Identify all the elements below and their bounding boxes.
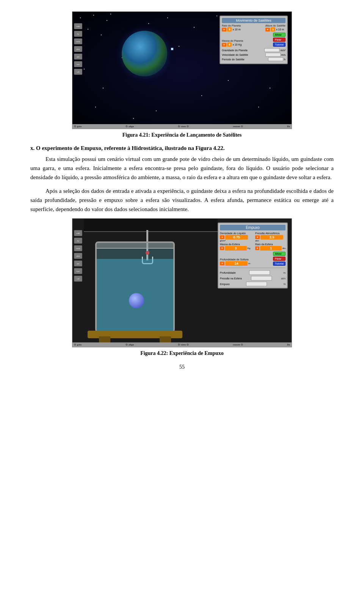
bb2-align[interactable]: ⊙ align bbox=[126, 343, 134, 346]
satellite-control-panel: Movimento de Satélites Raio do Planeta ▼… bbox=[220, 16, 288, 64]
ep-pressao-unit: atm bbox=[255, 240, 286, 242]
out-empuxo-field bbox=[246, 282, 267, 286]
out-pressao-unit: atm bbox=[281, 277, 286, 280]
bb-goto[interactable]: ⊙ goto bbox=[74, 125, 82, 128]
pot-container bbox=[95, 241, 175, 333]
btn-parar[interactable]: Parar bbox=[273, 38, 286, 42]
ep-dens-value: 0.75 bbox=[225, 235, 248, 240]
ep-massa-label: Massa da Esfera bbox=[220, 243, 250, 246]
figure-422-container: walk fly study plan pan turn roll bbox=[30, 218, 334, 356]
vel-label: Velocidade do Satélite bbox=[222, 54, 265, 56]
ep-massa-unit: Kg bbox=[248, 247, 250, 249]
bb2-restore[interactable]: restore ⊙ bbox=[233, 343, 243, 346]
sidebar-plan[interactable]: plan bbox=[74, 46, 82, 52]
sidebar-study[interactable]: study bbox=[74, 38, 82, 44]
bb-fix[interactable]: fix bbox=[287, 125, 290, 128]
section-x-label: x. bbox=[30, 145, 36, 151]
bb-view[interactable]: ⊙ view ⊙ bbox=[178, 125, 189, 128]
paragraph-2: Esta simulação possui um cenário virtual… bbox=[30, 155, 334, 182]
vel-unit: m/s bbox=[281, 54, 286, 56]
periodo-unit: h bbox=[284, 58, 286, 61]
massa-exp: x 10 Kg bbox=[232, 43, 242, 46]
massa-value: 5 bbox=[227, 43, 232, 47]
bottom-bar-421: ⊙ goto ⊙ align ⊙ view ⊙ restore ⊙ fix bbox=[72, 124, 292, 129]
space-scene: walk fly study plan pan turn roll Movime… bbox=[72, 12, 292, 129]
para3-text: Após a seleção dos dados de entrada e at… bbox=[30, 188, 334, 212]
ep-pressao-value: 2.5 bbox=[260, 235, 283, 240]
grav-unit: m/s² bbox=[280, 49, 286, 52]
paragraph-3: Após a seleção dos dados de entrada e at… bbox=[30, 186, 334, 214]
bb-restore[interactable]: restore ⊙ bbox=[233, 125, 243, 128]
sidebar2-study[interactable]: study bbox=[74, 245, 82, 251]
sidebar2-fly[interactable]: fly bbox=[74, 238, 82, 244]
sidebar2-walk[interactable]: walk bbox=[74, 230, 82, 236]
ep-prof-label: Profundidade de Soltura bbox=[220, 258, 250, 261]
ep-btn-parar[interactable]: Parar bbox=[273, 257, 286, 261]
ep-raio-label: Raio da Esfera bbox=[255, 243, 286, 246]
figure-422-caption: Figura 4.22: Experiência de Empuxo bbox=[140, 350, 224, 356]
ep-dens-unit: g/cm³ bbox=[220, 240, 250, 242]
bb-align[interactable]: ⊙ align bbox=[126, 125, 134, 128]
altura-value: 1 bbox=[271, 27, 275, 32]
out-prof-field bbox=[249, 270, 270, 275]
bb2-fix[interactable]: fix bbox=[287, 343, 290, 346]
figure-421-image: walk fly study plan pan turn roll Movime… bbox=[72, 11, 292, 129]
scene-sidebar-422: walk fly study plan pan turn roll bbox=[74, 230, 82, 282]
massa-label: Massa do Planeta bbox=[222, 39, 243, 42]
figure-421-caption: Figura 4.21: Experiência de Lançamento d… bbox=[122, 132, 242, 138]
altura-exp: x 10 m bbox=[276, 28, 284, 31]
sat-panel-title: Movimento de Satélites bbox=[222, 18, 286, 23]
raio-exp: x 10 m bbox=[232, 28, 240, 31]
sidebar2-turn[interactable]: turn bbox=[74, 268, 82, 274]
sphere-in-liquid-422 bbox=[129, 293, 144, 308]
out-empuxo-label: Empuxo bbox=[220, 283, 230, 285]
ep-btn-tutorial[interactable]: Tutorial bbox=[273, 262, 286, 266]
para2-text: Esta simulação possui um cenário virtual… bbox=[30, 156, 334, 180]
out-empuxo-unit: N bbox=[284, 283, 286, 285]
sidebar2-pan[interactable]: pan bbox=[74, 260, 82, 266]
sidebar-fly[interactable]: fly bbox=[74, 31, 82, 37]
out-pressao-label: Pressão na Esfera bbox=[220, 277, 242, 280]
bottom-bar-422: ⊙ goto ⊙ align ⊙ view ⊙ restore ⊙ fix bbox=[72, 342, 292, 347]
sidebar2-plan[interactable]: plan bbox=[74, 253, 82, 259]
ep-prof-value: 14 bbox=[225, 261, 248, 266]
ep-prof-unit: m bbox=[248, 262, 250, 265]
sidebar-turn[interactable]: turn bbox=[74, 61, 82, 67]
cylinder-rim bbox=[97, 243, 173, 249]
raio-value: 5 bbox=[227, 27, 232, 32]
btn-ativar[interactable]: Ativar bbox=[273, 33, 286, 37]
bb2-goto[interactable]: ⊙ goto bbox=[74, 343, 82, 346]
bb2-view[interactable]: ⊙ view ⊙ bbox=[178, 343, 189, 346]
altura-label: Altura do Satélite bbox=[265, 24, 286, 27]
scene-sidebar: walk fly study plan pan turn roll bbox=[74, 23, 82, 75]
para1-text: O experimento de Empuxo, referente à Hid… bbox=[36, 145, 224, 151]
ep-raio-value: 1 bbox=[260, 246, 281, 251]
empuxo-scene: walk fly study plan pan turn roll bbox=[72, 219, 292, 347]
btn-tutorial[interactable]: Tutorial bbox=[273, 43, 286, 47]
out-prof-label: Profundidade bbox=[220, 271, 236, 274]
empuxo-panel: Empuxo Densidade do Líquido ▼ 0.75 g/cm³ bbox=[218, 222, 288, 289]
satellite-dot bbox=[171, 48, 173, 50]
ep-btn-ativar[interactable]: Ativar bbox=[273, 252, 286, 256]
out-pressao-field bbox=[251, 276, 272, 281]
periodo-label: Período do Satélite bbox=[222, 58, 268, 61]
empuxo-panel-title: Empuxo bbox=[220, 225, 286, 230]
page-number: 55 bbox=[30, 364, 334, 370]
ep-pressao-label: Pressão Atmosférica bbox=[255, 232, 286, 235]
ep-dens-label: Densidade do Líquido bbox=[220, 232, 250, 235]
out-prof-unit: m bbox=[283, 271, 286, 274]
figure-421-container: walk fly study plan pan turn roll Movime… bbox=[30, 11, 334, 138]
sidebar2-roll[interactable]: roll bbox=[74, 276, 82, 282]
grav-label: Gravidade do Planeta bbox=[222, 49, 264, 52]
figure-422-image: walk fly study plan pan turn roll bbox=[72, 218, 292, 347]
sidebar-walk[interactable]: walk bbox=[74, 23, 82, 29]
earth-sphere bbox=[122, 31, 167, 76]
ep-massa-value: 3 bbox=[225, 246, 246, 251]
ceiling-bar bbox=[84, 219, 218, 232]
raio-label: Raio do Planeta bbox=[222, 24, 241, 27]
ep-raio-unit: dm bbox=[282, 247, 286, 249]
sidebar-pan[interactable]: pan bbox=[74, 54, 82, 60]
sidebar-roll[interactable]: roll bbox=[74, 69, 82, 75]
